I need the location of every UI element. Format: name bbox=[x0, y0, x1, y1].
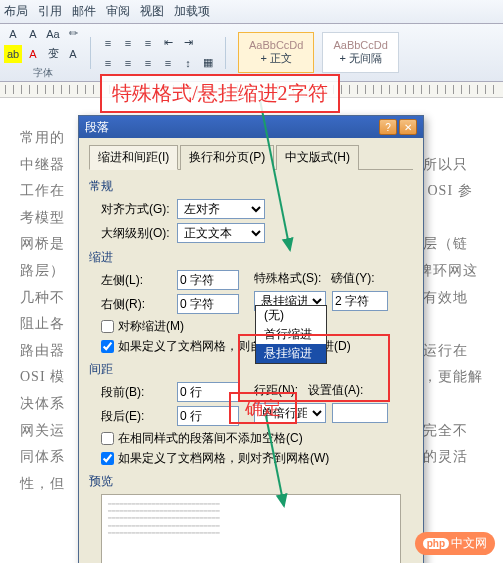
section-preview: 预览 bbox=[89, 473, 413, 490]
dropdown-option-hanging[interactable]: 悬挂缩进 bbox=[256, 344, 326, 363]
numbering-icon[interactable]: ≡ bbox=[119, 34, 137, 52]
before-label: 段前(B): bbox=[101, 384, 171, 401]
indent-left-label: 左侧(L): bbox=[101, 272, 171, 289]
by-input[interactable] bbox=[332, 291, 388, 311]
tab-indent-spacing[interactable]: 缩进和间距(I) bbox=[89, 145, 178, 170]
separator-icon bbox=[90, 37, 91, 69]
auto-adjust-indent-checkbox[interactable] bbox=[101, 340, 114, 353]
align-center-icon[interactable]: ≡ bbox=[119, 54, 137, 72]
tab-mail[interactable]: 邮件 bbox=[72, 3, 96, 20]
arrow-to-ok bbox=[256, 416, 296, 516]
tab-view[interactable]: 视图 bbox=[140, 3, 164, 20]
highlight-icon[interactable]: ab bbox=[4, 45, 22, 63]
after-label: 段后(E): bbox=[101, 408, 171, 425]
alignment-label: 对齐方式(G): bbox=[101, 201, 171, 218]
tab-layout[interactable]: 布局 bbox=[4, 3, 28, 20]
annotation-special-format: 特殊格式/悬挂缩进2字符 bbox=[100, 74, 340, 113]
font-grow-icon[interactable]: A bbox=[4, 25, 22, 43]
indent-right-label: 右侧(R): bbox=[101, 296, 171, 313]
style-preview: AaBbCcDd bbox=[249, 39, 303, 51]
svg-line-1 bbox=[266, 416, 284, 506]
ruby-icon[interactable]: 变 bbox=[44, 45, 62, 63]
section-spacing: 间距 bbox=[89, 361, 413, 378]
no-space-same-style-checkbox[interactable] bbox=[101, 432, 114, 445]
at-input[interactable] bbox=[332, 403, 388, 423]
mirror-indent-checkbox[interactable] bbox=[101, 320, 114, 333]
special-format-dropdown: (无) 首行缩进 悬挂缩进 bbox=[255, 305, 327, 364]
mirror-indent-label: 对称缩进(M) bbox=[118, 318, 184, 335]
style-name: + 无间隔 bbox=[333, 51, 387, 66]
separator-icon bbox=[225, 37, 226, 69]
tab-addins[interactable]: 加载项 bbox=[174, 3, 210, 20]
dropdown-option-none[interactable]: (无) bbox=[256, 306, 326, 325]
annotation-ok: 确定 bbox=[229, 392, 297, 424]
clear-format-icon[interactable]: ✏ bbox=[64, 25, 82, 43]
change-case-icon[interactable]: Aa bbox=[44, 25, 62, 43]
ribbon-tabs: 布局 引用 邮件 审阅 视图 加载项 bbox=[0, 0, 503, 24]
multilevel-icon[interactable]: ≡ bbox=[139, 34, 157, 52]
svg-line-0 bbox=[260, 100, 290, 250]
font-section-label: 字体 bbox=[4, 65, 82, 81]
dialog-title: 段落 bbox=[85, 119, 109, 136]
indent-inc-icon[interactable]: ⇥ bbox=[179, 34, 197, 52]
line-spacing-icon[interactable]: ↕ bbox=[179, 54, 197, 72]
style-name: + 正文 bbox=[249, 51, 303, 66]
indent-left-input[interactable] bbox=[177, 270, 239, 290]
indent-dec-icon[interactable]: ⇤ bbox=[159, 34, 177, 52]
shading-icon[interactable]: ▦ bbox=[199, 54, 217, 72]
tab-review[interactable]: 审阅 bbox=[106, 3, 130, 20]
bullets-icon[interactable]: ≡ bbox=[99, 34, 117, 52]
indent-right-input[interactable] bbox=[177, 294, 239, 314]
align-justify-icon[interactable]: ≡ bbox=[159, 54, 177, 72]
at-label: 设置值(A): bbox=[308, 382, 363, 399]
font-shrink-icon[interactable]: A bbox=[24, 25, 42, 43]
logo-php: php bbox=[423, 538, 449, 549]
style-normal[interactable]: AaBbCcDd + 正文 bbox=[238, 32, 314, 73]
help-icon[interactable]: ? bbox=[379, 119, 397, 135]
logo-cn: 中文网 bbox=[451, 535, 487, 552]
php-cn-logo: php 中文网 bbox=[415, 532, 495, 555]
preview-box: ━━━━━━━━━━━━━━━━━━━━━━━━━━━━━━━━━━━━━━━━… bbox=[101, 494, 401, 563]
char-border-icon[interactable]: A bbox=[64, 45, 82, 63]
arrow-to-special bbox=[250, 100, 310, 260]
snap-grid-checkbox[interactable] bbox=[101, 452, 114, 465]
style-nospacing[interactable]: AaBbCcDd + 无间隔 bbox=[322, 32, 398, 73]
tab-references[interactable]: 引用 bbox=[38, 3, 62, 20]
by-label: 磅值(Y): bbox=[331, 270, 374, 287]
close-icon[interactable]: ✕ bbox=[399, 119, 417, 135]
dropdown-option-firstline[interactable]: 首行缩进 bbox=[256, 325, 326, 344]
snap-grid-label: 如果定义了文档网格，则对齐到网格(W) bbox=[118, 450, 329, 467]
outline-label: 大纲级别(O): bbox=[101, 225, 171, 242]
align-right-icon[interactable]: ≡ bbox=[139, 54, 157, 72]
align-left-icon[interactable]: ≡ bbox=[99, 54, 117, 72]
style-preview: AaBbCcDd bbox=[333, 39, 387, 51]
font-color-icon[interactable]: A bbox=[24, 45, 42, 63]
special-label: 特殊格式(S): bbox=[254, 270, 321, 287]
